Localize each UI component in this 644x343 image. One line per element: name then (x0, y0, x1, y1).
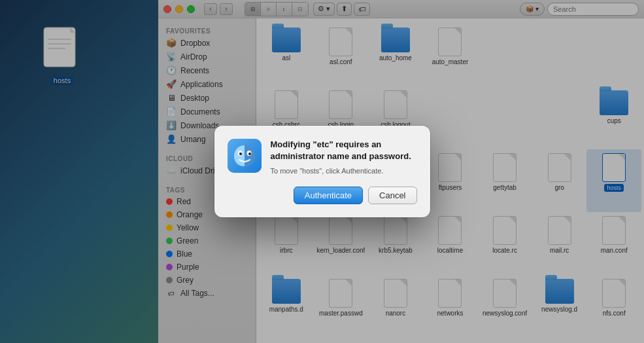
dialog-header: Modifying "etc" requires an administrato… (228, 139, 417, 177)
dialog-text: Modifying "etc" requires an administrato… (271, 139, 417, 177)
auth-dialog: Modifying "etc" requires an administrato… (214, 126, 430, 218)
cancel-button[interactable]: Cancel (368, 187, 416, 204)
finder-face-icon (228, 139, 262, 173)
svg-point-9 (248, 153, 251, 155)
authenticate-button[interactable]: Authenticate (294, 187, 363, 204)
svg-point-8 (239, 153, 242, 155)
modal-overlay: Modifying "etc" requires an administrato… (0, 0, 644, 343)
dialog-subtitle: To move "hosts", click Authenticate. (271, 166, 417, 176)
dialog-buttons: Authenticate Cancel (228, 187, 417, 204)
dialog-title: Modifying "etc" requires an administrato… (271, 139, 417, 162)
